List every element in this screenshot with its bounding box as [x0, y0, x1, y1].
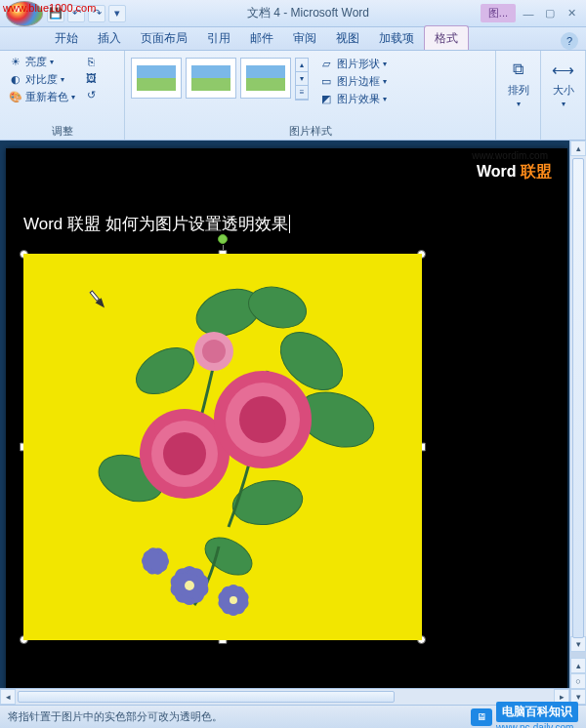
reset-icon: ↺ [84, 88, 98, 101]
gallery-nav: ▴ ▾ ≡ [295, 58, 309, 101]
pc-daily-icon: 🖥 [471, 708, 492, 726]
minimize-button[interactable]: — [520, 6, 537, 21]
size-icon: ⟷ [552, 58, 575, 81]
svg-point-15 [202, 340, 226, 363]
contrast-button[interactable]: ◐对比度▾ [6, 71, 78, 88]
gallery-down-button[interactable]: ▾ [296, 72, 308, 86]
group-adjust-label: 调整 [6, 123, 118, 140]
compress-pictures-button[interactable]: ⎘ [81, 54, 101, 69]
pc-daily-url: www.pc-daily.com [496, 722, 578, 729]
tab-view[interactable]: 视图 [326, 26, 369, 50]
brightness-button[interactable]: ☀亮度▾ [6, 54, 78, 70]
picture-effects-icon: ◩ [318, 93, 334, 106]
picture-border-label: 图片边框 [337, 74, 380, 89]
change-picture-button[interactable]: 🖼 [81, 70, 101, 86]
rotate-handle[interactable] [218, 234, 228, 244]
prev-page-button[interactable]: ▴ [570, 658, 586, 673]
tab-home[interactable]: 开始 [45, 26, 88, 50]
picture-shape-button[interactable]: ▱图片形状▾ [315, 56, 390, 72]
style-thumb-3[interactable] [240, 58, 291, 99]
tab-references[interactable]: 引用 [197, 26, 240, 50]
brand-union: 联盟 [521, 163, 552, 180]
svg-point-1 [244, 281, 311, 334]
picture-effects-button[interactable]: ◩图片效果▾ [315, 91, 390, 107]
selected-picture[interactable] [23, 254, 422, 640]
reset-picture-button[interactable]: ↺ [81, 87, 101, 102]
help-button[interactable]: ? [561, 32, 578, 50]
style-thumb-2[interactable] [186, 58, 236, 99]
picture-border-button[interactable]: ▭图片边框▾ [315, 73, 390, 90]
compress-icon: ⎘ [84, 55, 98, 68]
brightness-icon: ☀ [9, 56, 22, 69]
window-title: 文档 4 - Microsoft Word [136, 5, 481, 21]
brand-word: Word [477, 163, 517, 180]
contrast-label: 对比度 [25, 72, 58, 87]
group-arrange: ⧉排列▾ [496, 51, 541, 140]
group-picture-styles: ▴ ▾ ≡ ▱图片形状▾ ▭图片边框▾ ◩图片效果▾ 图片样式 [125, 51, 496, 140]
picture-shape-label: 图片形状 [337, 57, 380, 71]
arrange-label: 排列 [508, 83, 529, 98]
scroll-up-button[interactable]: ▴ [570, 141, 586, 156]
pc-daily-text: 电脑百科知识 [496, 702, 578, 722]
recolor-icon: 🎨 [9, 91, 22, 104]
picture-effects-label: 图片效果 [337, 92, 380, 106]
arrange-button[interactable]: ⧉排列▾ [502, 54, 534, 138]
tab-mailings[interactable]: 邮件 [240, 26, 283, 50]
recolor-button[interactable]: 🎨重新着色▾ [6, 89, 78, 105]
maximize-button[interactable]: ▢ [541, 6, 559, 21]
svg-point-7 [198, 530, 258, 583]
contrast-icon: ◐ [9, 73, 22, 87]
group-picture-styles-label: 图片样式 [131, 123, 489, 140]
tab-page-layout[interactable]: 页面布局 [131, 26, 197, 50]
scroll-thumb[interactable] [572, 158, 584, 638]
gallery-up-button[interactable]: ▴ [296, 59, 308, 72]
group-arrange-label [502, 138, 534, 140]
hscroll-left-button[interactable]: ◂ [0, 689, 16, 705]
ribbon-tabs: 开始 插入 页面布局 引用 邮件 审阅 视图 加载项 格式 ? [0, 27, 586, 51]
svg-point-21 [185, 581, 194, 590]
svg-point-4 [128, 339, 201, 404]
tab-insert[interactable]: 插入 [88, 26, 131, 50]
status-hint: 将指针置于图片中的实色部分可改为透明色。 [8, 709, 223, 724]
tab-review[interactable]: 审阅 [283, 26, 326, 50]
gallery-more-button[interactable]: ≡ [296, 86, 308, 100]
word-union-logo: Word 联盟 [477, 162, 552, 182]
group-size: ⟷大小▾ [541, 51, 586, 140]
document-area: www.wordim.com Word 联盟 Word 联盟 如何为图片设置透明… [0, 141, 586, 705]
scroll-down-button[interactable]: ▾ [570, 636, 586, 652]
svg-point-6 [230, 475, 307, 530]
source-watermark: www.blue1000.com [3, 2, 96, 14]
recolor-label: 重新着色 [25, 90, 68, 104]
group-adjust: ☀亮度▾ ◐对比度▾ 🎨重新着色▾ ⎘ 🖼 ↺ 调整 [0, 51, 125, 140]
size-button[interactable]: ⟷大小▾ [547, 54, 579, 138]
size-label: 大小 [553, 83, 574, 98]
document-scroll[interactable]: www.wordim.com Word 联盟 Word 联盟 如何为图片设置透明… [0, 141, 569, 705]
svg-point-10 [163, 432, 206, 475]
svg-point-27 [230, 596, 237, 604]
tab-format[interactable]: 格式 [424, 25, 469, 50]
browse-object-button[interactable]: ○ [570, 673, 586, 689]
style-thumb-1[interactable] [131, 58, 182, 99]
svg-point-13 [239, 396, 286, 443]
pc-daily-watermark: 🖥 电脑百科知识 www.pc-daily.com [471, 702, 578, 729]
picture-style-gallery[interactable]: ▴ ▾ ≡ [131, 54, 309, 123]
scroll-track[interactable] [570, 156, 586, 636]
picture-border-icon: ▭ [318, 75, 334, 89]
picture-shape-icon: ▱ [318, 58, 334, 71]
tab-addins[interactable]: 加载项 [369, 26, 424, 50]
ribbon: ☀亮度▾ ◐对比度▾ 🎨重新着色▾ ⎘ 🖼 ↺ 调整 ▴ ▾ ≡ [0, 51, 586, 141]
status-bar: 将指针置于图片中的实色部分可改为透明色。 🖥 电脑百科知识 www.pc-dai… [0, 705, 586, 728]
contextual-tab-group: 图... [481, 4, 516, 22]
hscroll-thumb[interactable] [18, 691, 395, 703]
change-picture-icon: 🖼 [84, 71, 98, 85]
vertical-scrollbar[interactable]: ▴ ▾ ▴ ○ ▾ [569, 141, 586, 705]
close-button[interactable]: ✕ [563, 6, 580, 21]
arrange-icon: ⧉ [507, 58, 530, 81]
group-size-label [547, 138, 579, 140]
wordim-url: www.wordim.com [472, 150, 548, 161]
document-heading[interactable]: Word 联盟 如何为图片设置透明效果 [23, 213, 290, 235]
page[interactable]: www.wordim.com Word 联盟 Word 联盟 如何为图片设置透明… [6, 148, 567, 705]
brightness-label: 亮度 [25, 55, 47, 69]
qat-customize-button[interactable]: ▾ [108, 5, 126, 22]
flower-illustration [23, 254, 422, 640]
